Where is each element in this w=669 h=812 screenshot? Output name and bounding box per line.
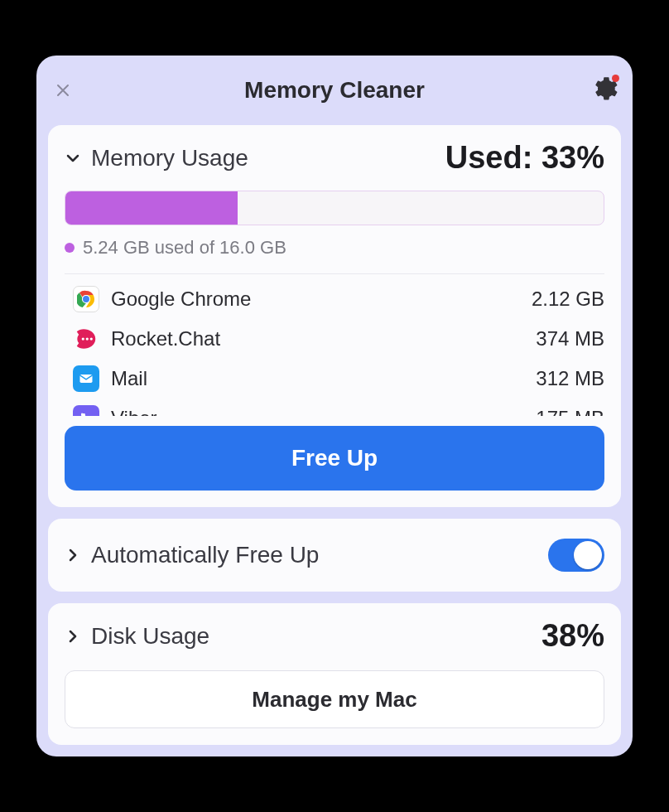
auto-free-up-card: Automatically Free Up [48, 519, 621, 592]
memory-usage-card: Memory Usage Used: 33% 5.24 GB used of 1… [48, 125, 621, 507]
rocketchat-icon [73, 326, 99, 352]
disk-usage-header[interactable]: Disk Usage 38% [65, 618, 604, 654]
memory-legend-text: 5.24 GB used of 16.0 GB [83, 237, 286, 259]
app-size: 2.12 GB [532, 288, 604, 311]
memory-usage-label: Memory Usage [91, 145, 248, 172]
app-name: Google Chrome [111, 288, 251, 311]
svg-point-2 [83, 296, 89, 302]
app-panel: Memory Cleaner Memory Usage Used: 33% 5.… [36, 56, 633, 756]
app-list: Google Chrome 2.12 GB Rocket.Chat 374 MB… [65, 273, 604, 416]
app-size: 312 MB [536, 367, 604, 390]
list-item[interactable]: Rocket.Chat 374 MB [73, 319, 604, 359]
list-item[interactable]: Mail 312 MB [73, 359, 604, 399]
viber-icon [73, 405, 99, 416]
memory-legend: 5.24 GB used of 16.0 GB [65, 237, 604, 259]
app-name: Rocket.Chat [111, 327, 220, 350]
chrome-icon [73, 286, 99, 312]
memory-progress-fill [65, 191, 238, 225]
list-item[interactable]: Google Chrome 2.12 GB [73, 274, 604, 319]
svg-point-5 [90, 337, 93, 340]
free-up-button[interactable]: Free Up [65, 426, 604, 491]
title-bar: Memory Cleaner [48, 67, 621, 114]
chevron-right-icon[interactable] [65, 547, 81, 563]
app-size: 175 MB [536, 407, 604, 416]
svg-point-4 [86, 337, 89, 340]
svg-rect-6 [80, 375, 93, 383]
close-button[interactable] [51, 79, 75, 102]
memory-progress-bar [65, 191, 604, 225]
svg-point-3 [82, 337, 84, 340]
memory-used-percent: Used: 33% [445, 140, 604, 176]
app-name: Mail [111, 367, 147, 390]
list-item[interactable]: Viber 175 MB [73, 399, 604, 416]
auto-free-up-label: Automatically Free Up [91, 542, 548, 568]
chevron-right-icon [65, 628, 81, 645]
close-icon [56, 84, 70, 97]
notification-dot-icon [612, 75, 619, 82]
settings-button[interactable] [593, 76, 618, 104]
app-title: Memory Cleaner [244, 77, 425, 104]
chevron-down-icon [65, 150, 81, 167]
toggle-knob-icon [574, 541, 602, 569]
legend-dot-icon [65, 243, 75, 253]
app-size: 374 MB [536, 327, 604, 350]
disk-usage-label: Disk Usage [91, 623, 209, 650]
disk-used-percent: 38% [541, 618, 604, 654]
memory-usage-header[interactable]: Memory Usage Used: 33% [65, 140, 604, 176]
disk-usage-card: Disk Usage 38% Manage my Mac [48, 603, 621, 745]
auto-free-up-toggle[interactable] [548, 539, 604, 572]
manage-mac-button[interactable]: Manage my Mac [65, 670, 604, 728]
app-name: Viber [111, 407, 157, 416]
mail-icon [73, 365, 99, 392]
